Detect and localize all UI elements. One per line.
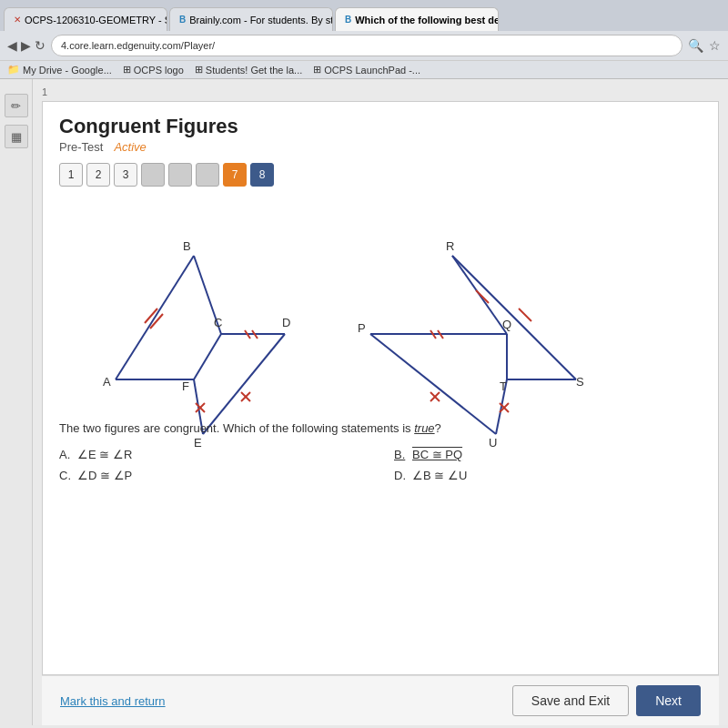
svg-line-37 bbox=[476, 290, 489, 303]
svg-text:P: P bbox=[358, 321, 366, 335]
question-subtitle: Pre-Test Active bbox=[59, 140, 702, 154]
question-text: The two figures are congruent. Which of … bbox=[59, 421, 702, 435]
address-bar[interactable]: 4.core.learn.edgenuity.com/Player/ bbox=[51, 35, 682, 56]
nav-btn-4[interactable] bbox=[141, 163, 165, 187]
pretest-label: Pre-Test bbox=[59, 140, 103, 154]
bookmarks-bar: 📁 My Drive - Google... ⊞ OCPS logo ⊞ Stu… bbox=[0, 60, 728, 78]
next-button[interactable]: Next bbox=[636, 685, 701, 716]
pencil-icon[interactable]: ✏ bbox=[5, 94, 28, 117]
btn-group: Save and Exit Next bbox=[512, 685, 701, 716]
search-icon[interactable]: 🔍 bbox=[688, 38, 703, 53]
svg-text:Q: Q bbox=[502, 318, 511, 331]
svg-text:R: R bbox=[446, 239, 454, 253]
left-sidebar: ✏ ▦ bbox=[0, 79, 33, 725]
svg-text:B: B bbox=[183, 239, 191, 253]
svg-text:S: S bbox=[576, 375, 584, 389]
svg-text:F: F bbox=[182, 379, 189, 393]
page-title: Congruent Figures bbox=[59, 115, 702, 138]
bottom-bar: Mark this and return Save and Exit Next bbox=[42, 675, 719, 725]
bookmark-ocps-label: OCPS logo bbox=[134, 65, 184, 76]
bookmark-students-icon: ⊞ bbox=[195, 64, 203, 76]
answer-b[interactable]: B. BC ≅ PQ bbox=[394, 446, 702, 463]
address-text: 4.core.learn.edgenuity.com/Player/ bbox=[61, 40, 215, 51]
tab-3[interactable]: B Which of the following best des... ✕ bbox=[335, 7, 499, 31]
svg-text:D: D bbox=[282, 316, 290, 329]
answers: A. ∠E ≅ ∠R B. BC ≅ PQ C. ∠D ≅ ∠P D. ∠B ≅… bbox=[59, 446, 702, 484]
bookmark-launchpad[interactable]: ⊞ OCPS LaunchPad -... bbox=[313, 64, 420, 76]
tab-favicon-3: B bbox=[345, 15, 351, 25]
bookmark-launchpad-icon: ⊞ bbox=[313, 64, 321, 76]
bookmark-drive[interactable]: 📁 My Drive - Google... bbox=[7, 64, 112, 76]
svg-line-34 bbox=[519, 308, 531, 321]
nav-btn-2[interactable]: 2 bbox=[86, 163, 110, 187]
nav-btn-1[interactable]: 1 bbox=[59, 163, 83, 187]
svg-text:C: C bbox=[214, 316, 222, 329]
bookmark-drive-label: My Drive - Google... bbox=[23, 65, 112, 76]
bookmark-ocps-icon: ⊞ bbox=[123, 64, 131, 76]
answer-d-text: ∠B ≅ ∠U bbox=[412, 469, 467, 482]
figure-area: B C D A F E bbox=[59, 199, 702, 409]
bookmark-drive-icon: 📁 bbox=[7, 64, 20, 76]
svg-text:A: A bbox=[103, 375, 111, 389]
tab-favicon-2: B bbox=[179, 15, 186, 25]
bookmark-students-label: Students! Get the la... bbox=[206, 65, 302, 76]
answer-b-text: BC ≅ PQ bbox=[412, 448, 462, 461]
svg-line-5 bbox=[203, 334, 285, 434]
tab-favicon-1: ✕ bbox=[14, 15, 21, 25]
nav-btn-7[interactable]: 7 bbox=[223, 163, 247, 187]
answer-c-letter: C. bbox=[59, 469, 72, 482]
nav-icons: ◀ ▶ ↻ bbox=[7, 38, 46, 53]
mark-return-link[interactable]: Mark this and return bbox=[60, 694, 166, 708]
breadcrumb: 1 bbox=[42, 86, 719, 97]
address-bar-row: ◀ ▶ ↻ 4.core.learn.edgenuity.com/Player/… bbox=[0, 31, 728, 60]
svg-line-0 bbox=[116, 256, 194, 379]
bookmark-ocps[interactable]: ⊞ OCPS logo bbox=[123, 64, 184, 76]
answer-c-text: ∠D ≅ ∠P bbox=[77, 469, 132, 482]
answer-a[interactable]: A. ∠E ≅ ∠R bbox=[59, 446, 367, 463]
nav-btn-6[interactable] bbox=[196, 163, 219, 187]
tab-2[interactable]: B Brainly.com - For students. By st... ✕ bbox=[169, 7, 333, 31]
nav-btn-8[interactable]: 8 bbox=[250, 163, 274, 187]
tab-1[interactable]: ✕ OCPS-1206310-GEOMETRY - S... ✕ bbox=[4, 7, 167, 31]
svg-text:T: T bbox=[500, 379, 507, 393]
question-nav: 1 2 3 7 8 bbox=[59, 163, 702, 187]
nav-btn-5[interactable] bbox=[168, 163, 192, 187]
svg-line-26 bbox=[370, 334, 496, 434]
refresh-icon[interactable]: ↻ bbox=[35, 38, 46, 53]
svg-line-21 bbox=[452, 256, 576, 379]
answer-a-letter: A. bbox=[59, 448, 72, 461]
tab-label-1: OCPS-1206310-GEOMETRY - S... bbox=[25, 15, 167, 25]
star-icon[interactable]: ☆ bbox=[709, 38, 721, 53]
nav-btn-3[interactable]: 3 bbox=[114, 163, 137, 187]
answer-c[interactable]: C. ∠D ≅ ∠P bbox=[59, 467, 367, 484]
answer-b-letter: B. bbox=[394, 448, 407, 461]
browser-chrome: ✕ OCPS-1206310-GEOMETRY - S... ✕ B Brain… bbox=[0, 0, 728, 79]
answer-d-letter: D. bbox=[394, 469, 407, 482]
save-exit-button[interactable]: Save and Exit bbox=[512, 685, 629, 716]
answer-d[interactable]: D. ∠B ≅ ∠U bbox=[394, 467, 702, 484]
tab-label-2: Brainly.com - For students. By st... bbox=[189, 15, 333, 25]
calculator-icon[interactable]: ▦ bbox=[5, 125, 28, 148]
tab-bar: ✕ OCPS-1206310-GEOMETRY - S... ✕ B Brain… bbox=[0, 0, 728, 31]
bookmark-launchpad-label: OCPS LaunchPad -... bbox=[324, 65, 420, 76]
answer-a-text: ∠E ≅ ∠R bbox=[77, 448, 132, 461]
forward-icon[interactable]: ▶ bbox=[21, 38, 31, 53]
tab-label-3: Which of the following best des... bbox=[355, 15, 499, 25]
svg-line-6 bbox=[194, 334, 221, 379]
status-active: Active bbox=[114, 140, 146, 154]
bookmark-students[interactable]: ⊞ Students! Get the la... bbox=[195, 64, 302, 76]
back-icon[interactable]: ◀ bbox=[7, 38, 17, 53]
